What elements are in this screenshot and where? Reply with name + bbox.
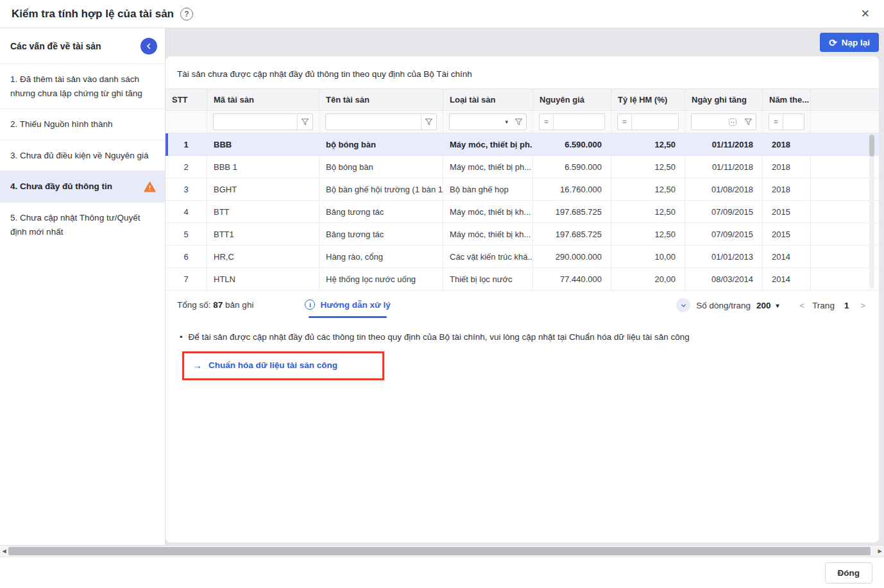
table-cell: Bảng tương tác	[319, 201, 443, 223]
chevron-down-icon[interactable]: ▾	[502, 119, 511, 125]
filter-input-rate[interactable]	[632, 114, 678, 130]
table-row[interactable]: 6HR,CHàng rào, cổngCác vật kiến trúc khá…	[166, 246, 879, 268]
table-cell: 07/09/2015	[685, 201, 763, 223]
close-dialog-button[interactable]: Đóng	[825, 562, 873, 584]
funnel-icon[interactable]	[421, 114, 436, 130]
highlighted-link-box: → Chuẩn hóa dữ liệu tài sản công	[182, 351, 384, 380]
filter-input-cost[interactable]	[554, 114, 604, 130]
column-header[interactable]: Nguyên giá	[533, 88, 611, 111]
funnel-icon[interactable]	[511, 114, 526, 130]
filter-cell-date	[685, 111, 763, 133]
table-cell: 2015	[763, 201, 811, 223]
collapse-footer-button[interactable]	[676, 298, 690, 312]
column-header[interactable]: Loại tài sản	[443, 88, 533, 111]
sidebar-item[interactable]: 4. Chưa đầy đủ thông tin	[0, 171, 165, 202]
pagination-controls: Số dòng/trang 200 ▾ < Trang 1 >	[676, 290, 867, 312]
table-cell: 12,50	[611, 201, 685, 223]
scroll-right-arrow[interactable]: ▶	[876, 548, 884, 554]
info-icon: i	[305, 299, 315, 310]
table-cell: 3	[166, 178, 207, 201]
sidebar-item-label: 3. Chưa đủ điều kiện về Nguyên giá	[10, 149, 148, 163]
sidebar-item-label: 2. Thiếu Nguồn hình thành	[10, 117, 113, 131]
sidebar-item[interactable]: 5. Chưa cập nhật Thông tư/Quyết định mới…	[0, 202, 165, 247]
sidebar-item-label: 1. Đã thêm tài sản vào danh sách nhưng c…	[10, 72, 156, 100]
column-header[interactable]: Ngày ghi tăng	[685, 88, 763, 111]
sidebar-item-label: 5. Chưa cập nhật Thông tư/Quyết định mới…	[10, 211, 156, 239]
reload-button[interactable]: ⟳ Nạp lại	[820, 33, 879, 52]
filter-input-name[interactable]	[326, 114, 421, 130]
table-cell: 5	[166, 223, 207, 246]
table-cell: Máy móc, thiết bị ph...	[443, 156, 533, 178]
rows-per-page-label: Số dòng/trang	[696, 301, 751, 310]
table-cell: 290.000.000	[533, 246, 611, 268]
column-header[interactable]: Mã tài sản	[207, 88, 319, 111]
sidebar-item[interactable]: 3. Chưa đủ điều kiện về Nguyên giá	[0, 140, 165, 171]
equals-operator[interactable]: =	[618, 114, 632, 130]
tab-processing-guide[interactable]: i Hướng dẫn xử lý	[305, 290, 390, 318]
active-tab-indicator	[309, 316, 387, 318]
table-row[interactable]: 5BTT1Bảng tương tácMáy móc, thiết bị kh.…	[166, 223, 879, 246]
table-row[interactable]: 2BBB 1Bộ bóng bànMáy móc, thiết bị ph...…	[166, 156, 879, 178]
column-header[interactable]	[811, 88, 879, 111]
scrollbar-thumb[interactable]	[8, 547, 871, 555]
content-panel: Tài sản chưa được cập nhật đầy đủ thông …	[166, 56, 879, 542]
close-icon[interactable]: ✕	[858, 6, 872, 22]
calendar-icon[interactable]	[725, 114, 740, 130]
table-row[interactable]: 1BBBbộ bóng bànMáy móc, thiết bị ph...6.…	[166, 133, 879, 156]
filter-input-year[interactable]	[783, 114, 804, 130]
table-vertical-scrollbar[interactable]	[869, 135, 874, 289]
table-cell: Các vật kiến trúc khá...	[443, 246, 533, 268]
table-cell: Hệ thống lọc nước uống	[319, 268, 443, 290]
filter-select-type[interactable]	[450, 114, 502, 130]
column-header[interactable]: STT	[166, 88, 207, 111]
sidebar-title: Các vấn đề về tài sản	[10, 41, 101, 51]
scrollbar-thumb[interactable]	[869, 135, 874, 156]
filter-input-code[interactable]	[214, 114, 297, 130]
table-cell: BBB 1	[207, 156, 319, 178]
funnel-icon[interactable]	[297, 114, 312, 130]
help-icon[interactable]: ?	[180, 8, 193, 21]
table-cell: 12,50	[611, 223, 685, 246]
table-cell: 77.440.000	[533, 268, 611, 290]
scroll-left-arrow[interactable]: ◀	[0, 548, 8, 554]
table-row[interactable]: 7HTLNHệ thống lọc nước uốngThiết bị lọc …	[166, 268, 879, 290]
table-cell: 01/11/2018	[685, 156, 763, 178]
table-cell: Bộ bàn ghế họp	[443, 178, 533, 201]
total-prefix: Tổng số:	[177, 300, 211, 310]
main-area: ⟳ Nạp lại Tài sản chưa được cập nhật đầy…	[166, 28, 884, 545]
table-cell: 2018	[763, 156, 811, 178]
funnel-icon[interactable]	[740, 114, 756, 130]
table-footer: Tổng số: 87 bản ghi i Hướng dẫn xử lý Số…	[166, 290, 879, 328]
main-toolbar: ⟳ Nạp lại	[166, 28, 884, 56]
table-row[interactable]: 3BGHTBộ bàn ghế hội trường (1 bàn 1...Bộ…	[166, 178, 879, 201]
dialog-body: Các vấn đề về tài sản 1. Đã thêm tài sản…	[0, 28, 884, 545]
sidebar-item[interactable]: 2. Thiếu Nguồn hình thành	[0, 108, 165, 140]
table-row[interactable]: 4BTTBảng tương tácMáy móc, thiết bị kh..…	[166, 201, 879, 223]
table-cell: 6	[166, 246, 207, 268]
column-header[interactable]: Tỷ lệ HM (%)	[611, 88, 685, 111]
column-header[interactable]: Năm the...	[763, 88, 811, 111]
filter-cell-rate: =	[611, 111, 685, 133]
column-header[interactable]: Tên tài sản	[319, 88, 443, 111]
standardize-data-link[interactable]: Chuẩn hóa dữ liệu tài sản công	[208, 360, 337, 370]
dialog-titlebar: Kiểm tra tính hợp lệ của tài sản ? ✕	[0, 0, 884, 28]
sidebar-items: 1. Đã thêm tài sản vào danh sách nhưng c…	[0, 63, 165, 247]
horizontal-scrollbar[interactable]: ◀ ▶	[0, 545, 884, 557]
filter-input-date[interactable]	[692, 114, 725, 130]
next-page-button[interactable]: >	[858, 301, 867, 310]
previous-page-button[interactable]: <	[798, 301, 807, 310]
filter-cell-code	[207, 111, 319, 133]
total-records: Tổng số: 87 bản ghi	[177, 300, 253, 310]
refresh-icon: ⟳	[829, 38, 837, 47]
equals-operator[interactable]: =	[769, 114, 783, 130]
table-cell: BTT	[207, 201, 319, 223]
sidebar-item[interactable]: 1. Đã thêm tài sản vào danh sách nhưng c…	[0, 63, 165, 108]
table-cell: Bảng tương tác	[319, 223, 443, 246]
sidebar-collapse-button[interactable]	[140, 38, 157, 55]
sidebar-header: Các vấn đề về tài sản	[0, 28, 165, 63]
total-suffix: bản ghi	[225, 300, 253, 310]
equals-operator[interactable]: =	[540, 114, 554, 130]
table-cell: bộ bóng bàn	[319, 133, 443, 156]
rows-per-page-select[interactable]: 200 ▾	[756, 301, 782, 310]
arrow-right-icon: →	[192, 360, 202, 370]
